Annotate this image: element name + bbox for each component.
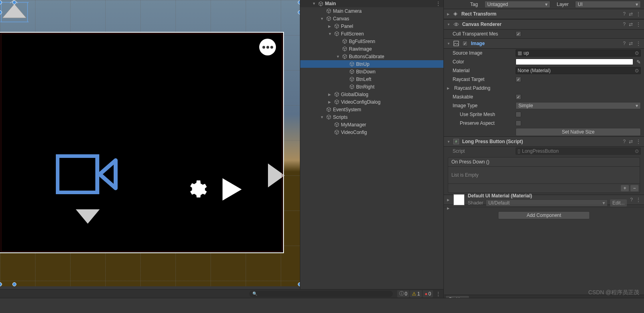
event-list[interactable]: On Press Down () List is Empty + −	[448, 157, 640, 193]
shader-dropdown[interactable]: UI/Default	[486, 199, 608, 207]
canvas-preview	[0, 32, 284, 253]
hierarchy-item[interactable]: VideoConfig	[300, 128, 443, 136]
preserve-aspect-checkbox[interactable]	[516, 120, 521, 126]
status-bar: 🔍 ⓘ0 ⚠1 ●0 ⋮	[0, 289, 443, 298]
layer-dropdown[interactable]: UI	[575, 1, 641, 8]
menu-icon[interactable]: ⋮	[636, 11, 641, 17]
btn-right-icon[interactable]	[268, 163, 285, 187]
maskable-checkbox[interactable]: ✓	[516, 94, 521, 100]
eye-icon	[453, 22, 459, 27]
hierarchy-item[interactable]: Main Camera	[300, 7, 443, 15]
svg-point-10	[455, 24, 457, 25]
hierarchy-item[interactable]: ▶VideoConfigDialog	[300, 98, 443, 106]
more-icon[interactable]	[259, 39, 276, 55]
hierarchy-item[interactable]: BtnRight	[300, 83, 443, 91]
edit-button[interactable]: Edit...	[610, 199, 627, 207]
raycast-checkbox[interactable]: ✓	[516, 77, 521, 82]
event-empty: List is Empty	[448, 167, 640, 183]
help-icon[interactable]: ?	[623, 11, 626, 17]
hierarchy-item[interactable]: ▼FullScreen	[300, 30, 443, 37]
menu-icon[interactable]: ⋮	[636, 197, 641, 203]
tag-dropdown[interactable]: Untagged	[484, 1, 550, 8]
hierarchy-item[interactable]: ▶GlobalDialog	[300, 91, 443, 98]
context-menu-icon[interactable]: ⋮	[435, 0, 441, 7]
color-field[interactable]	[516, 59, 633, 65]
error-badge[interactable]: ●0	[423, 290, 433, 297]
hierarchy-item[interactable]: EventSystem	[300, 106, 443, 113]
event-header: On Press Down ()	[448, 157, 640, 167]
hierarchy-item[interactable]: BtnLeft	[300, 75, 443, 83]
watermark: CSDN @程序员正茂	[588, 289, 639, 296]
material-header[interactable]: ▶ Default UI Material (Material) Shader …	[444, 195, 644, 205]
rect-transform-icon	[453, 11, 458, 17]
preset-icon[interactable]: ⇄	[629, 11, 633, 17]
help-icon[interactable]: ?	[623, 41, 626, 46]
script-field: ▯LongPressButton⊙	[516, 148, 641, 155]
image-component-icon	[453, 41, 459, 46]
set-native-size-button[interactable]: Set Native Size	[516, 128, 641, 136]
menu-icon[interactable]: ⋮	[636, 22, 641, 27]
bottom-panel	[0, 298, 644, 313]
preset-icon[interactable]: ⇄	[629, 139, 633, 144]
context-menu-icon[interactable]: ⋮	[435, 291, 441, 297]
hierarchy-item[interactable]: ▶Panel	[300, 22, 443, 30]
script-header[interactable]: ▼ # Long Press Button (Script) ? ⇄ ⋮	[444, 136, 644, 147]
hierarchy-item[interactable]: BtnUp	[300, 60, 443, 68]
menu-icon[interactable]: ⋮	[636, 41, 641, 46]
preset-icon[interactable]: ⇄	[629, 41, 633, 46]
preset-icon[interactable]: ⇄	[629, 22, 633, 27]
hierarchy-item[interactable]: RawImage	[300, 45, 443, 53]
inspector-panel[interactable]: Tag Untagged Layer UI ▶ Rect Transform ?…	[443, 0, 644, 313]
eyedropper-icon[interactable]: ✎	[636, 59, 641, 65]
scene-view[interactable]	[0, 0, 300, 286]
help-icon[interactable]: ?	[630, 197, 633, 203]
image-type-dropdown[interactable]: Simple	[516, 102, 641, 109]
material-preview	[453, 194, 465, 205]
hierarchy-item[interactable]: BgFullSrenn	[300, 37, 443, 45]
play-icon[interactable]	[223, 178, 242, 201]
warn-badge[interactable]: ⚠1	[410, 290, 422, 297]
cull-checkbox[interactable]: ✓	[516, 31, 521, 37]
hierarchy-item[interactable]: ▼Scripts	[300, 113, 443, 121]
material-field[interactable]: None (Material)⊙	[516, 67, 641, 74]
cull-label: Cull Transparent Mes	[453, 31, 512, 37]
layer-label: Layer	[557, 2, 573, 7]
video-camera-icon	[56, 154, 118, 194]
help-icon[interactable]: ?	[623, 139, 626, 144]
hierarchy-panel[interactable]: ▼ Main ⋮ Main Camera▼Canvas▶Panel▼FullSc…	[300, 0, 443, 313]
add-event-button[interactable]: +	[621, 185, 629, 191]
tag-label: Tag	[470, 2, 482, 7]
use-sprite-checkbox[interactable]	[516, 112, 521, 117]
menu-icon[interactable]: ⋮	[636, 139, 641, 144]
info-badge[interactable]: ⓘ0	[397, 290, 410, 297]
svg-rect-11	[454, 41, 459, 46]
hierarchy-scene-row[interactable]: ▼ Main ⋮	[300, 0, 443, 7]
hierarchy-item[interactable]: MyManager	[300, 121, 443, 128]
help-icon[interactable]: ?	[623, 22, 626, 27]
btn-down-icon[interactable]	[76, 209, 100, 224]
hierarchy-item[interactable]: ▼Canvas	[300, 15, 443, 22]
gear-icon[interactable]	[185, 179, 207, 201]
canvas-renderer-header[interactable]: ▼ Canvas Renderer ? ⇄ ⋮	[444, 19, 644, 30]
hierarchy-item[interactable]: BtnDown	[300, 68, 443, 75]
svg-rect-0	[57, 156, 97, 193]
scene-name: Main	[325, 1, 336, 6]
add-component-button[interactable]: Add Component	[498, 211, 590, 219]
image-header[interactable]: ▼ ✓ Image ? ⇄ ⋮	[444, 38, 644, 49]
rect-transform-header[interactable]: ▶ Rect Transform ? ⇄ ⋮	[444, 9, 644, 19]
hierarchy-item[interactable]: ▼ButtonsCalibrate	[300, 53, 443, 60]
source-image-field[interactable]: ▦up⊙	[516, 49, 641, 57]
remove-event-button[interactable]: −	[630, 185, 638, 191]
image-enable-checkbox[interactable]: ✓	[462, 41, 468, 46]
search-input[interactable]: 🔍	[249, 291, 393, 297]
